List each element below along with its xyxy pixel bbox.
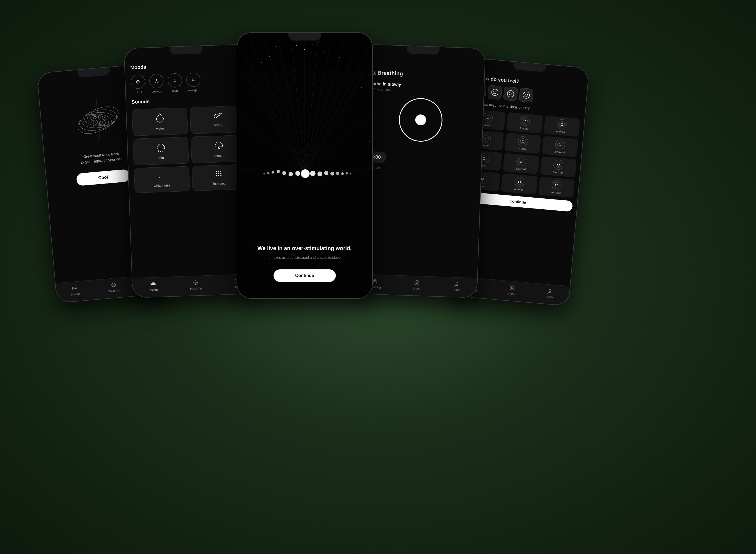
face-smile[interactable] <box>519 88 533 103</box>
svg-point-83 <box>330 172 334 176</box>
aroused-label: aroused <box>553 170 563 174</box>
svg-point-96 <box>356 242 356 243</box>
svg-point-85 <box>341 172 343 175</box>
emotion-flustered[interactable]: flustered <box>503 153 539 174</box>
mood-energize[interactable]: ≋ energi... <box>186 72 201 92</box>
sound-rain[interactable]: rain <box>133 137 188 165</box>
mood-anxious[interactable]: ◎ anxious <box>149 74 164 93</box>
p4-back-button[interactable]: < <box>366 61 479 71</box>
emotion-awkward[interactable]: awkward <box>542 136 578 157</box>
mood-focus[interactable]: ⊕ focus <box>130 74 145 94</box>
mood-relax[interactable]: ○ relax <box>167 73 182 93</box>
svg-line-34 <box>251 42 305 174</box>
svg-line-128 <box>486 137 487 137</box>
svg-point-54 <box>285 51 286 51</box>
svg-point-84 <box>336 172 339 175</box>
awkward-icon <box>555 139 565 150</box>
svg-point-58 <box>253 67 254 67</box>
instrument-label: instrum... <box>213 181 227 186</box>
nav-sounds-p2[interactable]: Sounds <box>149 281 158 291</box>
svg-point-124 <box>560 123 561 124</box>
svg-point-78 <box>295 171 300 176</box>
notch-2 <box>170 46 203 55</box>
svg-line-130 <box>522 142 524 143</box>
svg-point-133 <box>557 142 563 148</box>
svg-point-76 <box>282 171 286 175</box>
svg-point-150 <box>517 179 523 185</box>
svg-point-162 <box>512 287 513 288</box>
sounds-title: Sounds <box>131 96 245 105</box>
svg-line-49 <box>305 74 364 174</box>
svg-point-79 <box>301 169 310 178</box>
emotion-motivated[interactable]: motivated <box>543 116 580 137</box>
nav-mood-p4[interactable]: Mood <box>413 279 420 290</box>
profile-icon-p5 <box>546 288 553 295</box>
svg-point-139 <box>518 159 524 165</box>
nav-profile-p4[interactable]: Profile <box>452 281 461 292</box>
svg-line-17 <box>162 150 163 152</box>
svg-point-57 <box>356 68 356 69</box>
nav-breathing-label-p2: Breathing <box>190 287 202 290</box>
svg-line-44 <box>238 114 305 174</box>
continue-button-p3[interactable]: Continue <box>273 269 336 282</box>
p4-finish-earlier[interactable]: finish earlier <box>362 166 476 173</box>
svg-text:♩: ♩ <box>158 173 161 180</box>
nav-mood-p5[interactable]: Mood <box>508 284 516 295</box>
emotion-cranky[interactable]: cranky <box>504 133 541 154</box>
cool-button[interactable]: Cool <box>76 169 130 186</box>
motivated-icon <box>556 119 567 130</box>
svg-point-80 <box>310 171 315 176</box>
face-neutral[interactable] <box>487 85 502 100</box>
svg-point-97 <box>373 279 377 283</box>
focus-icon: ⊕ <box>130 74 145 89</box>
svg-point-23 <box>218 173 219 174</box>
sounds-icon-p2 <box>150 281 157 288</box>
phones-showcase: .spiral-line{fill:none;stroke:rgba(255,2… <box>25 19 732 535</box>
mood-row: ⊕ focus ◎ anxious ○ relax ≋ energi... <box>130 71 244 94</box>
svg-point-21 <box>220 171 221 172</box>
svg-point-51 <box>312 44 313 45</box>
nav-profile-p5[interactable]: Profile <box>546 288 554 299</box>
svg-line-48 <box>245 74 305 174</box>
svg-point-74 <box>271 171 274 174</box>
p4-title: Box Breathing <box>366 69 479 80</box>
emotion-grateful[interactable]: grateful <box>501 173 537 195</box>
svg-point-141 <box>522 161 522 162</box>
svg-point-53 <box>323 52 324 52</box>
emotion-hungry[interactable]: hungry <box>506 113 543 134</box>
emotion-aestetic[interactable]: aestetic <box>538 177 575 198</box>
svg-point-59 <box>361 87 362 88</box>
grateful-label: grateful <box>514 187 523 191</box>
svg-point-146 <box>559 164 560 165</box>
svg-line-40 <box>305 38 332 174</box>
svg-point-131 <box>522 140 523 141</box>
emotion-aroused[interactable]: aroused <box>540 156 577 177</box>
svg-point-122 <box>525 120 526 121</box>
cranky-icon <box>518 136 528 147</box>
svg-point-125 <box>562 123 563 124</box>
bird-label: bird... <box>214 123 222 127</box>
sound-water[interactable]: water <box>131 107 187 136</box>
face-slight-smile[interactable] <box>503 87 518 101</box>
svg-point-71 <box>291 41 291 41</box>
tired-label: tired <box>484 123 490 127</box>
svg-point-101 <box>417 282 418 283</box>
svg-point-50 <box>304 49 305 50</box>
svg-point-10 <box>111 283 115 287</box>
nav-sounds-p1[interactable]: Sounds <box>70 285 80 296</box>
p3-text-content: We live in an over-stimulating world. It… <box>237 245 372 261</box>
sound-white-noise[interactable]: ♩ white noise <box>134 166 190 193</box>
svg-point-82 <box>324 171 328 175</box>
water-icon <box>156 113 164 124</box>
nav-breathing-p1[interactable]: Breathing <box>107 281 120 293</box>
motivated-label: motivated <box>555 130 567 134</box>
svg-point-95 <box>253 243 254 244</box>
svg-point-135 <box>560 144 561 144</box>
svg-point-70 <box>318 41 318 42</box>
nav-breathing-p2[interactable]: Breathing <box>190 279 202 290</box>
svg-point-144 <box>555 162 561 168</box>
nav-profile-label-p4: Profile <box>452 288 461 292</box>
nav-mood-label-p5: Mood <box>508 292 515 295</box>
svg-point-87 <box>349 173 351 174</box>
svg-line-16 <box>160 150 161 152</box>
